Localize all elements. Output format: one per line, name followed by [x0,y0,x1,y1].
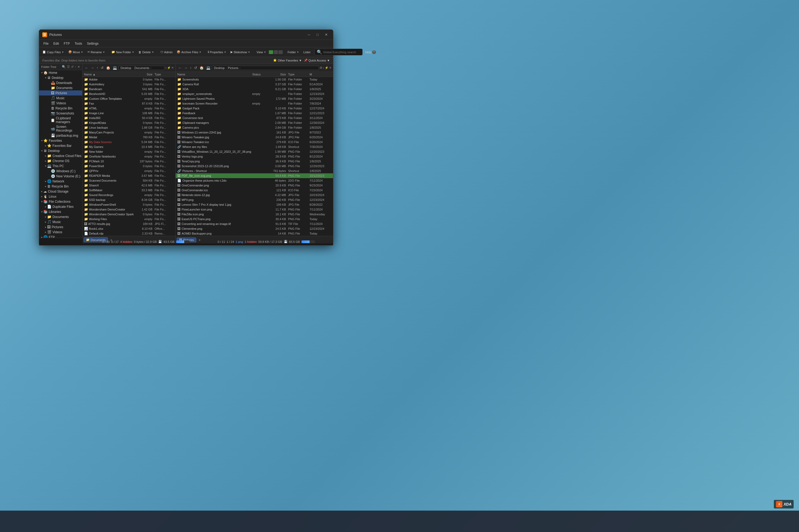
right-file-row-8[interactable]: 📁Conversion test873 KBFile Folder3/11/20… [176,116,333,120]
left-file-row-29[interactable]: 📁Working FilesemptyFile Fo... [83,217,176,222]
left-bc-documents[interactable]: Documents [134,66,149,70]
sidebar-item-30[interactable]: ▸🎬Videos [39,229,82,234]
right-nav-computer[interactable]: 💻 [205,65,211,70]
right-file-row-20[interactable]: 🖼PDF_file_icon.svg.png59.8 KBPNG File10/… [176,173,333,178]
sidebar-item-27[interactable]: ▸📁Documents [39,214,82,219]
archive-files-button[interactable]: 📦 Archive Files ▼ [175,50,203,54]
sidebar-item-31[interactable]: ▸🌐FTP [39,234,82,238]
left-file-row-13[interactable]: 📁My Data Sources5.04 MBFile Fo... [83,140,176,145]
right-ctrl-2[interactable]: ⚡ [325,66,329,70]
left-file-row-19[interactable]: 📁QPPrivemptyFile Fo... [83,169,176,173]
maximize-button[interactable]: □ [314,32,321,37]
slideshow-button[interactable]: ▶ Slideshow ▼ [229,50,252,54]
left-file-row-23[interactable]: 📁SoftMaker33.3 MBFile Fo... [83,188,176,193]
right-nav-up[interactable]: ↑ [189,65,193,70]
left-file-row-5[interactable]: 📁Fax87.6 KBFile Fo... [83,101,176,106]
delete-button[interactable]: 🗑 Delete ▼ [137,50,156,54]
right-file-row-31[interactable]: 🖼Clementine.png24.5 KBPNG File12/23/2024 [176,226,333,231]
sidebar-refresh-icon[interactable]: ↺ [71,65,74,69]
right-file-row-9[interactable]: 📁Clipboard managers2.09 MBFile Folder12/… [176,120,333,125]
right-file-row-17[interactable]: 🖼TeraCopy.png36.9 KBPNG File1/8/2025 [176,159,333,164]
left-nav-computer[interactable]: 💻 [112,65,118,70]
menu-file[interactable]: File [41,41,51,46]
right-file-row-19[interactable]: 🔗Pictures - Shortcut761 bytesShortcut1/8… [176,169,333,173]
left-col-name[interactable]: Name ▲ [84,73,134,76]
search-input[interactable] [323,51,360,54]
right-file-row-22[interactable]: 🖼OneCommander.png20.9 KBPNG File9/23/202… [176,183,333,188]
left-file-row-24[interactable]: 📁Sound RecordingsemptyFile Fo... [83,193,176,197]
sidebar-item-22[interactable]: ▸☁Cloud Storage [39,189,82,194]
right-file-row-24[interactable]: 🖼Nintendo store-12.jpg4.22 MBJPG File10/… [176,193,333,197]
right-file-row-16[interactable]: 🖼Ventoy logo.png28.9 KBPNG File8/12/2024 [176,154,333,159]
sidebar-item-19[interactable]: 💿New Volume (E:) [39,174,82,179]
left-file-row-16[interactable]: 📁OneNote NotebooksemptyFile Fo... [83,154,176,159]
right-file-row-15[interactable]: 🖼VirtualBox_Windows 11_20_12_2023_15_37_… [176,149,333,154]
sidebar-close-icon[interactable]: ✕ [77,65,80,69]
left-file-row-2[interactable]: 📁Bandicam541 MBFile Fo... [83,87,176,92]
copy-files-button[interactable]: 📋 Copy Files ▼ [41,50,66,54]
left-file-row-25[interactable]: 📁SSD backup8.34 GBFile Fo... [83,197,176,202]
view-button[interactable]: View ▼ [255,50,268,54]
left-file-row-9[interactable]: 📁KingsoftData0 bytesFile Fo... [83,120,176,125]
right-file-row-26[interactable]: 🖼Lenovo Slim 7 Pro X display test 1.jpg1… [176,202,333,207]
right-file-row-12[interactable]: 🖼Winaero Tweaker.jpg24.8 KBJPG File6/20/… [176,135,333,140]
sidebar-item-5[interactable]: 🎵Music [39,95,82,100]
left-file-row-1[interactable]: 📁AutoHotkey3 bytesFile Fo... [83,82,176,87]
left-file-row-21[interactable]: 📁Scanned Documents504 KBFile Fo... [83,178,176,183]
left-ctrl-1[interactable]: ↕ [165,66,167,70]
right-file-row-25[interactable]: 🖼MPV.png230 KBPNG File12/23/2024 [176,197,333,202]
rename-button[interactable]: ✏ Rename ▼ [86,50,107,54]
left-file-row-4[interactable]: 📁Custom Office TemplatesemptyFile Fo... [83,96,176,101]
view-icon-1[interactable] [269,50,273,54]
sidebar-item-15[interactable]: ▸📁Creative Cloud Files [39,153,82,158]
sidebar-item-13[interactable]: ▸⭐Favorites Bar [39,143,82,148]
help-button[interactable]: Help ? [364,50,378,55]
right-file-row-28[interactable]: 🖼FileZilla icon.png18.1 KBPNG FileWednes… [176,212,333,217]
sidebar-item-17[interactable]: ▾💻This PC [39,164,82,169]
left-file-row-6[interactable]: 📁HTMLemptyFile Fo... [83,106,176,111]
right-bc-desktop[interactable]: Desktop [214,66,225,70]
sidebar-item-8[interactable]: 📷Screenshots [39,111,82,116]
left-file-row-26[interactable]: 📁WindowsPowerShell0 bytesFile Fo... [83,202,176,207]
left-file-row-22[interactable]: 📁ShareX42.6 MBFile Fo... [83,183,176,188]
right-file-row-4[interactable]: 📁Lightroom Saved Photos172 MBFile Folder… [176,96,333,101]
menu-settings[interactable]: Settings [85,41,101,46]
left-file-row-15[interactable]: 📁New folderemptyFile Fo... [83,149,176,154]
right-ctrl-settings[interactable]: ⚙ [320,66,322,70]
sidebar-item-28[interactable]: ▸🎵Music [39,219,82,224]
left-file-row-27[interactable]: 📁Wondershare DemoCreator1.42 GBFile Fo..… [83,207,176,212]
sidebar-item-3[interactable]: 📁Documents [39,85,82,90]
menu-ftp[interactable]: FTP [61,41,72,46]
sidebar-item-6[interactable]: 🎬Videos [39,100,82,106]
sidebar-item-25[interactable]: ▸📄Duplicate Files [39,204,82,209]
view-icon-3[interactable] [278,50,283,54]
left-file-row-7[interactable]: 📁Image-Line108 MBFile Fo... [83,111,176,116]
right-nav-back[interactable]: ← [177,65,182,70]
right-col-name[interactable]: Name [177,73,251,76]
sidebar-item-24[interactable]: ▾📚File Collections [39,199,82,204]
menu-tools[interactable]: Tools [73,41,84,46]
right-file-row-18[interactable]: 🖼Screenshot 2023-12-20 153135.png3.59 MB… [176,164,333,169]
left-file-row-3[interactable]: 📁BioshockHD5.03 MBFile Fo... [83,92,176,96]
properties-button[interactable]: ℹ Properties ▼ [206,50,228,54]
sidebar-item-11[interactable]: 💾partbackup.img [39,133,82,138]
right-file-row-7[interactable]: 📁Feedback1.67 MBFile Folder12/21/2023 [176,111,333,116]
left-file-row-28[interactable]: 📁Wondershare DemoCreator Spark0 bytesFil… [83,212,176,217]
sidebar-item-2[interactable]: 📥Downloads [39,80,82,85]
right-col-date[interactable]: M [307,73,331,76]
sidebar-item-10[interactable]: 📹Screen Recordings [39,125,82,133]
sidebar-item-7[interactable]: 🗑Recycle Bin [39,106,82,111]
new-folder-button[interactable]: 📁 New Folder ▼ [110,50,136,54]
left-file-row-10[interactable]: 📁Linux backups1.88 GBFile Fo... [83,125,176,130]
sidebar-item-14[interactable]: ▾🖥Desktop [39,148,82,153]
menu-edit[interactable]: Edit [51,41,61,46]
sidebar-item-21[interactable]: ▸🗑Recycle Bin [39,184,82,189]
right-breadcrumb[interactable]: Desktop › Pictures › [212,66,319,70]
right-nav-refresh[interactable]: ↺ [193,65,198,70]
right-file-row-2[interactable]: 📁XDA9.21 GBFile Folder1/8/2025 [176,87,333,92]
sidebar-item-12[interactable]: ▾⭐Favorites [39,138,82,143]
right-nav-home[interactable]: 🏠 [199,65,204,70]
right-file-row-29[interactable]: 🖼EaseUS PCTrans.png30.4 KBPNG FileToday [176,217,333,222]
sidebar-item-20[interactable]: ▸🌐Network [39,179,82,184]
left-file-row-11[interactable]: 📁ManyCam ProjectsemptyFile Fo... [83,130,176,135]
